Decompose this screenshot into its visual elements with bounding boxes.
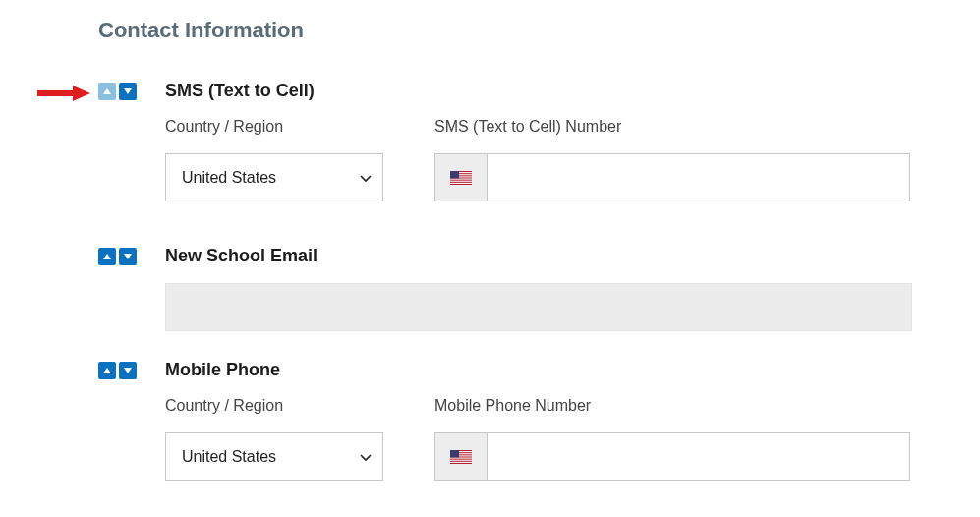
move-down-button[interactable] bbox=[119, 248, 137, 265]
us-flag-icon bbox=[450, 171, 472, 185]
move-down-button[interactable] bbox=[119, 362, 137, 379]
select-sms-country[interactable]: United States bbox=[165, 153, 383, 201]
svg-marker-14 bbox=[103, 368, 111, 373]
svg-rect-22 bbox=[450, 461, 472, 462]
section-header-email: New School Email bbox=[165, 246, 317, 266]
svg-rect-10 bbox=[450, 182, 472, 183]
input-sms-number[interactable] bbox=[488, 153, 910, 201]
field-mobile-country: Country / Region United States bbox=[165, 397, 383, 481]
field-sms-number: SMS (Text to Cell) Number bbox=[434, 118, 910, 201]
svg-rect-9 bbox=[450, 180, 472, 181]
svg-marker-2 bbox=[103, 88, 111, 94]
select-mobile-country[interactable]: United States bbox=[165, 432, 383, 481]
label-mobile-number: Mobile Phone Number bbox=[434, 397, 910, 415]
svg-marker-15 bbox=[124, 368, 132, 373]
svg-rect-20 bbox=[450, 457, 472, 458]
svg-rect-11 bbox=[450, 171, 459, 179]
svg-rect-21 bbox=[450, 459, 472, 460]
svg-marker-1 bbox=[73, 86, 90, 101]
move-up-button[interactable] bbox=[98, 248, 116, 265]
section-header-mobile: Mobile Phone bbox=[165, 360, 280, 380]
label-sms-country: Country / Region bbox=[165, 118, 383, 136]
us-flag-icon bbox=[450, 450, 472, 464]
sort-controls-sms bbox=[98, 83, 137, 100]
input-mobile-number[interactable] bbox=[488, 432, 910, 481]
sort-controls-email bbox=[98, 248, 137, 265]
move-down-button[interactable] bbox=[119, 83, 137, 100]
email-readonly-field bbox=[165, 283, 912, 331]
sort-controls-mobile bbox=[98, 362, 137, 379]
country-flag-prefix[interactable] bbox=[434, 153, 488, 201]
field-sms-country: Country / Region United States bbox=[165, 118, 383, 201]
move-up-button[interactable] bbox=[98, 362, 116, 379]
svg-rect-23 bbox=[450, 450, 459, 458]
page-title: Contact Information bbox=[98, 18, 304, 43]
label-sms-number: SMS (Text to Cell) Number bbox=[434, 118, 910, 136]
svg-marker-3 bbox=[124, 88, 132, 94]
field-mobile-number: Mobile Phone Number bbox=[434, 397, 910, 481]
move-up-button[interactable] bbox=[98, 83, 116, 100]
svg-rect-8 bbox=[450, 178, 472, 179]
country-flag-prefix[interactable] bbox=[434, 432, 488, 481]
svg-marker-12 bbox=[103, 254, 111, 259]
section-header-sms: SMS (Text to Cell) bbox=[165, 81, 315, 101]
svg-marker-13 bbox=[124, 254, 132, 259]
arrow-indicator-icon bbox=[37, 86, 90, 101]
svg-rect-0 bbox=[37, 90, 73, 96]
label-mobile-country: Country / Region bbox=[165, 397, 383, 415]
